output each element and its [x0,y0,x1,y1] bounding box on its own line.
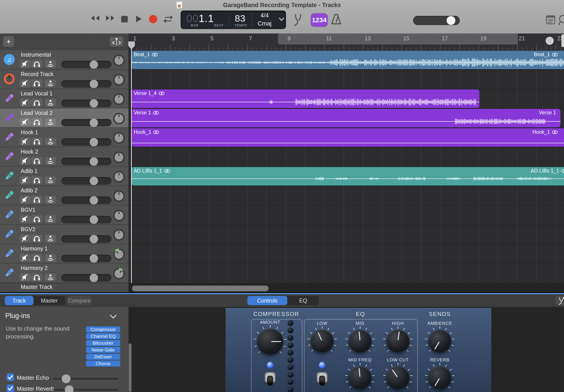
mute-button[interactable] [20,215,31,223]
track-header-harmony-2[interactable]: Harmony 2 [0,264,128,283]
knob-reverb[interactable] [425,363,454,392]
metronome-icon[interactable] [330,13,342,27]
count-in-button[interactable]: 1234 [311,13,328,27]
knob-mid[interactable] [345,326,375,356]
mute-button[interactable] [20,99,31,107]
mute-button[interactable] [20,196,31,204]
pan-knob[interactable] [113,190,125,202]
rewind-button[interactable] [90,15,100,21]
mute-button[interactable] [20,79,31,87]
smart-controls-button[interactable] [555,296,564,305]
zoom-slider-thumb[interactable] [546,37,554,45]
pan-knob[interactable] [113,74,125,85]
plugin-button-chorus[interactable]: Chorus [86,361,120,367]
mute-button[interactable] [20,138,31,145]
volume-thumb[interactable] [90,177,98,185]
stop-button[interactable] [121,16,128,23]
knob-low[interactable] [307,326,337,356]
volume-slider[interactable] [61,274,111,282]
volume-slider[interactable] [61,255,111,262]
monitoring-button[interactable] [45,79,56,87]
track-header-hook-1[interactable]: Hook 1 [0,128,128,147]
monitoring-button[interactable] [45,196,56,204]
horizontal-scrollbar[interactable] [132,286,269,291]
tab-controls[interactable]: Controls [248,296,287,305]
monitoring-button[interactable] [45,235,56,242]
mute-button[interactable] [20,60,31,68]
track-header-adlib-1[interactable]: Adlib 1 [0,167,128,186]
notes-icon[interactable] [546,15,555,24]
monitoring-button[interactable] [45,254,56,262]
volume-slider[interactable] [61,80,111,88]
solo-button[interactable] [31,60,42,68]
region-hook-1[interactable]: Hook_1 Hook_1 [132,128,564,147]
master-volume-thumb[interactable] [447,16,455,25]
knob-high[interactable] [383,326,413,356]
track-header-harmony-1[interactable]: Harmony 1 [0,244,128,264]
volume-slider[interactable] [61,119,111,126]
volume-thumb[interactable] [90,80,98,88]
pan-knob[interactable] [113,55,125,66]
track-header-master-track[interactable]: Master Track [0,283,128,294]
solo-button[interactable] [31,215,42,223]
tab-master[interactable]: Master [33,296,65,305]
solo-button[interactable] [31,273,42,281]
pan-knob[interactable] [113,152,125,163]
master-reverb-checkbox[interactable] [7,384,14,392]
pan-knob[interactable] [113,113,125,124]
master-echo-thumb[interactable] [62,374,70,383]
monitoring-button[interactable] [45,157,56,165]
volume-slider[interactable] [61,177,111,185]
volume-thumb[interactable] [90,254,98,263]
inspector-scrollbar[interactable] [129,343,132,392]
volume-thumb[interactable] [90,196,98,205]
track-header-bgv2[interactable]: BGV2 [0,225,128,244]
pan-knob[interactable] [113,171,125,182]
mute-button[interactable] [20,273,31,281]
mute-button[interactable] [20,254,31,262]
volume-slider[interactable] [61,138,111,146]
track-header-record-track[interactable]: Record Track [0,70,128,89]
track-header-instrumental[interactable]: ♫ Instrumental [0,50,128,70]
plugin-button-bitcrusher[interactable]: Bitcrusher [86,340,120,346]
cycle-button[interactable] [163,15,173,23]
solo-button[interactable] [31,79,42,87]
mute-button[interactable] [20,118,31,126]
track-header-hook-2[interactable]: Hook 2 [0,147,128,167]
volume-thumb[interactable] [90,215,98,224]
volume-thumb[interactable] [90,119,98,127]
solo-button[interactable] [31,254,42,262]
tab-track[interactable]: Track [5,296,33,305]
solo-button[interactable] [31,235,42,242]
monitoring-button[interactable] [45,273,56,281]
volume-thumb[interactable] [90,235,98,243]
plugin-button-compressor[interactable]: Compressor [86,326,120,333]
volume-slider[interactable] [61,235,111,243]
lcd-display[interactable]: 001.1 BAR BEAT 83 TEMPO 4/4 Cmaj [181,11,286,29]
master-echo-slider[interactable] [53,378,119,380]
region-beat-1[interactable]: Beat_1 Beat_1 [132,51,564,69]
track-header-lead-vocal-1[interactable]: Lead Vocal 1 [0,89,128,108]
pan-knob[interactable] [113,229,125,241]
add-track-button[interactable]: + [3,36,14,47]
plugin-button-noise-gate[interactable]: Noise Gate [86,347,120,353]
volume-thumb[interactable] [90,274,98,282]
monitoring-button[interactable] [45,118,56,126]
plugin-button-deesser[interactable]: DeEsser [86,354,120,360]
pan-knob[interactable] [113,249,125,260]
monitoring-button[interactable] [45,215,56,223]
monitoring-button[interactable] [45,138,56,145]
record-button[interactable] [149,15,157,23]
volume-slider[interactable] [61,216,111,224]
volume-slider[interactable] [61,61,111,68]
tuning-fork-icon[interactable] [293,14,302,27]
master-volume-slider[interactable] [413,16,460,25]
volume-slider[interactable] [61,196,111,204]
track-header-bgv1[interactable]: BGV1 [0,205,128,225]
monitoring-button[interactable] [45,99,56,107]
catch-playhead-button[interactable] [110,37,123,47]
mute-button[interactable] [20,157,31,165]
track-lanes[interactable]: Beat_1 Beat_1 Verse 1_4 Verse 1 Verse 1 … [128,50,564,283]
solo-button[interactable] [31,196,42,204]
knob-low-cut[interactable] [383,363,413,392]
